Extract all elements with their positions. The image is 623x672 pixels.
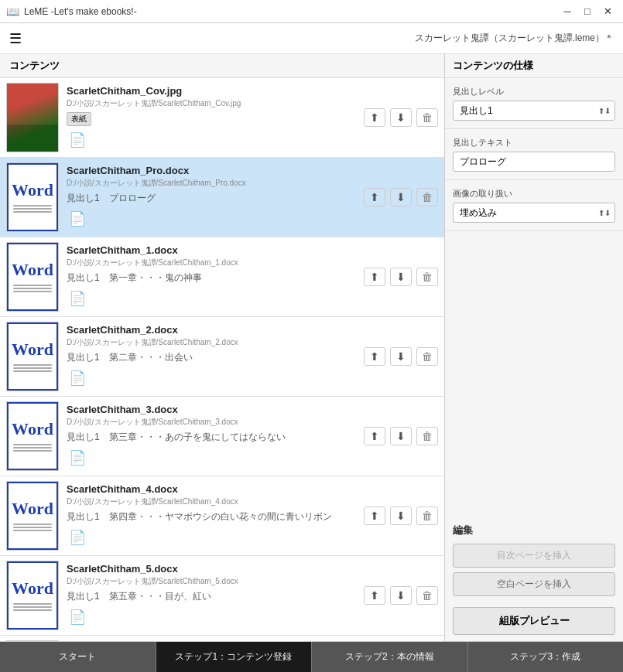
tab-step1[interactable]: ステップ1：コンテンツ登録 [156, 642, 313, 672]
image-handling-select-wrapper: 埋め込み 外部参照 ⬆⬇ [453, 203, 615, 223]
blank-insert-button[interactable]: 空白ページを挿入 [453, 572, 615, 596]
delete-button[interactable]: 🗑 [416, 268, 438, 286]
tab-step2[interactable]: ステップ2：本の情報 [312, 642, 468, 672]
content-actions: ⬆ ⬇ 🗑 [358, 586, 438, 605]
content-filename: ScarletChitham_Cov.jpg [67, 85, 358, 97]
action-row: ⬆ ⬇ 🗑 [364, 108, 438, 127]
content-thumbnail: Word [6, 162, 59, 232]
edit-section: 編集 目次ページを挿入 空白ページを挿入 組版プレビュー [445, 517, 623, 641]
image-handling-select[interactable]: 埋め込み 外部参照 [453, 203, 615, 223]
move-down-button[interactable]: ⬇ [390, 586, 412, 605]
content-path: D:/小説/スカーレット鬼譚/ScarletChitham_Pro.docx [67, 178, 358, 189]
file-icon: 📄 [67, 367, 88, 389]
app-title: LeME -Let's make ebooks!- [24, 6, 137, 17]
list-item[interactable]: Word ScarletChitham_1.docxD:/小説/スカーレット鬼譚… [0, 237, 444, 317]
word-icon: Word [12, 260, 53, 280]
main-area: コンテンツ ScarletChitham_Cov.jpgD:/小説/スカーレット… [0, 54, 623, 641]
word-icon: Word [12, 578, 53, 599]
header-bar: ☰ スカーレット鬼譚（スカーレット鬼譚.leme）＊ [0, 23, 623, 54]
delete-button[interactable]: 🗑 [416, 507, 438, 525]
move-up-button[interactable]: ⬆ [364, 507, 385, 525]
content-filename: ScarletChitham_1.docx [67, 244, 358, 256]
content-thumbnail: Word [6, 481, 59, 551]
heading-text-label: 見出しテキスト [453, 137, 615, 148]
list-item[interactable]: ScarletChitham_Cov.jpgD:/小説/スカーレット鬼譚/Sca… [0, 78, 444, 158]
move-up-button[interactable]: ⬆ [364, 347, 385, 366]
heading-level-label: 見出しレベル [453, 86, 615, 97]
tab-step3[interactable]: ステップ3：作成 [468, 642, 624, 672]
content-path: D:/小説/スカーレット鬼譚/ScarletChitham_4.docx [67, 496, 358, 507]
move-down-button[interactable]: ⬇ [390, 108, 412, 127]
image-handling-label: 画像の取り扱い [453, 188, 615, 200]
move-down-button[interactable]: ⬇ [390, 268, 412, 286]
word-icon: Word [12, 339, 53, 360]
heading-level-section: 見出しレベル 見出し1 見出し2 見出し3 ⬆⬇ [445, 78, 623, 129]
list-item[interactable]: Word ScarletChitham_4.docxD:/小説/スカーレット鬼譚… [0, 476, 444, 556]
maximize-button[interactable]: □ [578, 3, 597, 20]
content-info: ScarletChitham_3.docxD:/小説/スカーレット鬼譚/Scar… [67, 404, 358, 469]
tab-step1-label: ステップ1：コンテンツ登録 [175, 650, 292, 663]
file-icon: 📄 [67, 129, 88, 151]
bottom-tabs: スタート ステップ1：コンテンツ登録 ステップ2：本の情報 ステップ3：作成 [0, 641, 623, 672]
tab-start[interactable]: スタート [0, 642, 156, 672]
heading-level-select[interactable]: 見出し1 見出し2 見出し3 [453, 101, 615, 121]
list-item[interactable]: Word ScarletChitham_Pro.docxD:/小説/スカーレット… [0, 158, 444, 237]
move-up-button[interactable]: ⬆ [364, 188, 385, 206]
content-actions: ⬆ ⬇ 🗑 [358, 507, 438, 525]
file-icon: 📄 [67, 527, 88, 548]
content-actions: ⬆ ⬇ 🗑 [358, 427, 438, 445]
tab-step3-label: ステップ3：作成 [510, 650, 580, 663]
content-path: D:/小説/スカーレット鬼譚/ScarletChitham_1.docx [67, 258, 358, 268]
delete-button[interactable]: 🗑 [416, 188, 438, 206]
move-up-button[interactable]: ⬆ [364, 427, 385, 445]
list-item[interactable]: Word ScarletChitham_6.docxD:/小説/スカーレット鬼譚… [0, 636, 444, 641]
heading-level-select-wrapper: 見出し1 見出し2 見出し3 ⬆⬇ [453, 101, 615, 121]
content-heading: 見出し1 第五章・・・目が、紅い [67, 590, 358, 603]
content-actions: ⬆ ⬇ 🗑 [358, 108, 438, 127]
delete-button[interactable]: 🗑 [416, 347, 438, 366]
title-bar-left: 📖 LeME -Let's make ebooks!- [6, 5, 137, 18]
content-heading: 見出し1 プロローグ [67, 192, 358, 205]
content-thumbnail: Word [6, 322, 59, 391]
move-down-button[interactable]: ⬇ [390, 427, 412, 445]
hamburger-menu-icon[interactable]: ☰ [9, 30, 22, 47]
content-actions: ⬆ ⬇ 🗑 [358, 188, 438, 206]
right-panel: コンテンツの仕様 見出しレベル 見出し1 見出し2 見出し3 ⬆⬇ 見出しテキス… [445, 54, 623, 641]
move-up-button[interactable]: ⬆ [364, 108, 385, 127]
content-path: D:/小説/スカーレット鬼譚/ScarletChitham_5.docx [67, 576, 358, 587]
content-info: ScarletChitham_5.docxD:/小説/スカーレット鬼譚/Scar… [67, 563, 358, 628]
content-filename: ScarletChitham_4.docx [67, 483, 358, 495]
close-button[interactable]: ✕ [598, 3, 617, 20]
toc-insert-button[interactable]: 目次ページを挿入 [453, 544, 615, 568]
word-icon: Word [12, 499, 53, 519]
list-item[interactable]: Word ScarletChitham_2.docxD:/小説/スカーレット鬼譚… [0, 317, 444, 397]
move-down-button[interactable]: ⬇ [390, 347, 412, 366]
edit-label: 編集 [453, 524, 615, 537]
action-row: ⬆ ⬇ 🗑 [364, 188, 438, 206]
app-icon: 📖 [6, 5, 19, 18]
move-down-button[interactable]: ⬇ [390, 507, 412, 525]
delete-button[interactable]: 🗑 [416, 108, 438, 127]
minimize-button[interactable]: ─ [558, 3, 577, 20]
content-thumbnail: Word [6, 242, 59, 312]
heading-text-input[interactable] [453, 152, 615, 172]
list-item[interactable]: Word ScarletChitham_3.docxD:/小説/スカーレット鬼譚… [0, 397, 444, 476]
delete-button[interactable]: 🗑 [416, 586, 438, 605]
left-panel: コンテンツ ScarletChitham_Cov.jpgD:/小説/スカーレット… [0, 54, 445, 641]
move-up-button[interactable]: ⬆ [364, 268, 385, 286]
word-icon: Word [12, 419, 53, 439]
move-down-button[interactable]: ⬇ [390, 188, 412, 206]
delete-button[interactable]: 🗑 [416, 427, 438, 445]
image-handling-section: 画像の取り扱い 埋め込み 外部参照 ⬆⬇ [445, 180, 623, 231]
content-thumbnail: Word [6, 561, 59, 630]
action-row: ⬆ ⬇ 🗑 [364, 347, 438, 366]
word-icon: Word [12, 180, 53, 200]
content-filename: ScarletChitham_2.docx [67, 324, 358, 336]
list-item[interactable]: Word ScarletChitham_5.docxD:/小説/スカーレット鬼譚… [0, 556, 444, 636]
file-icon: 📄 [67, 606, 88, 628]
file-icon: 📄 [67, 288, 88, 309]
preview-button[interactable]: 組版プレビュー [453, 607, 615, 635]
content-heading: 見出し1 第四章・・・ヤマボウシの白い花々の間に青いリボン [67, 510, 358, 524]
move-up-button[interactable]: ⬆ [364, 586, 385, 605]
tab-step2-label: ステップ2：本の情報 [345, 650, 434, 663]
